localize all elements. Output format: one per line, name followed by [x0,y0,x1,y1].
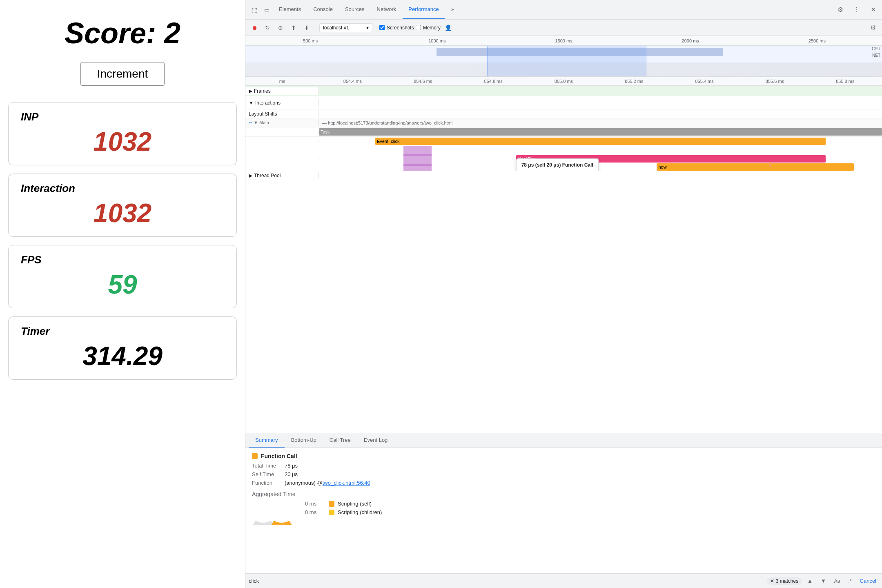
expand-thread-icon[interactable]: ▶ [249,173,252,178]
rtick-2: 854.6 ms [388,79,458,84]
memory-checkbox[interactable] [416,25,421,30]
task-row: Task [245,127,882,137]
net-label: NET [872,53,880,58]
reload-icon[interactable]: ↻ [262,22,273,33]
rtick-0: ms [247,79,317,84]
trace-rows: ▶ Frames 17.6 ms ▼ Interactions Pointer [245,86,882,433]
tick-500: 500 ms [247,38,374,43]
function-call-label-cell [245,158,319,159]
timer-value: 314.29 [21,341,224,371]
search-prev-btn[interactable]: ▲ [805,577,815,585]
network-selector[interactable]: localhost #1 ▾ [319,23,372,32]
cpu-label: CPU [872,47,880,51]
inp-card: INP 1032 [8,102,237,165]
profile-icon[interactable]: 👤 [442,22,454,33]
call-stack-bars [403,146,432,171]
settings-icon[interactable]: ⚙ [835,4,846,16]
bottom-panel: Summary Bottom-Up Call Tree Event Log Fu… [245,433,882,588]
tab-event-log[interactable]: Event Log [357,433,394,448]
legend-children-label: Scripting (children) [338,509,382,515]
legend-self-val: 0 ms [305,501,325,507]
tab-more[interactable]: » [445,0,460,19]
edit-main-icon[interactable]: ✏ [249,120,252,125]
tab-elements[interactable]: Elements [273,0,307,19]
summary-content: Function Call Total Time 78 μs Self Time… [245,448,882,573]
search-matches-count: 3 matches [776,578,798,584]
search-cancel-btn[interactable]: Cancel [858,577,879,585]
memory-toggle[interactable]: Memory [416,25,441,31]
function-link[interactable]: two_click.html:56:40 [323,480,370,486]
stop-icon[interactable]: ⊘ [275,22,286,33]
tab-summary[interactable]: Summary [249,433,285,448]
rtick-1: 854.4 ms [317,79,388,84]
event-label-cell [245,140,319,142]
rtick-5: 855.2 ms [599,79,669,84]
main-thread-label: ✏ ▼ Main [245,119,319,126]
interactions-label-text: Interactions [255,100,281,106]
function-call-color [252,453,258,459]
case-sensitive-option[interactable]: Aa [832,577,843,585]
function-call-row: blockFor now 78 μs (self 20 μs) Function… [245,146,882,171]
tooltip: 78 μs (self 20 μs) Function Call [516,158,599,171]
screenshots-checkbox[interactable] [379,25,385,30]
frames-label: ▶ Frames [245,87,319,95]
upload-icon[interactable]: ⬆ [288,22,299,33]
self-time-val: 20 μs [285,471,298,477]
record-icon[interactable]: ⏺ [249,22,260,33]
expand-frames-icon[interactable]: ▶ [249,88,252,94]
aggregated-legend: 0 ms Scripting (self) 0 ms Scripting (ch… [305,501,382,515]
fps-card: FPS 59 [8,245,237,308]
search-matches-badge: ✕ 3 matches [767,577,802,585]
layout-shifts-row: Layout Shifts [245,109,882,118]
trace-ruler: ms 854.4 ms 854.6 ms 854.8 ms 855.0 ms 8… [245,77,882,86]
tab-call-tree[interactable]: Call Tree [323,433,357,448]
close-icon[interactable]: ✕ [867,4,879,16]
rtick-3: 854.8 ms [458,79,528,84]
tick-1000: 1000 ms [374,38,500,43]
separator-2 [376,24,376,32]
search-input[interactable] [249,578,764,584]
expand-main-icon[interactable]: ▼ [254,120,258,125]
aggregated-title: Aggregated Time [252,491,875,497]
legend-self-label: Scripting (self) [338,501,372,507]
increment-button[interactable]: Increment [80,62,165,86]
inspect-icon[interactable]: ⬚ [249,4,260,16]
layout-shifts-label: Layout Shifts [245,110,319,118]
expand-interactions-icon[interactable]: ▼ [249,100,254,106]
close-search-icon[interactable]: ✕ [770,578,774,584]
tick-2000: 2000 ms [627,38,754,43]
performance-toolbar: ⏺ ↻ ⊘ ⬆ ⬇ localhost #1 ▾ Screenshots Mem… [245,20,882,36]
download-icon[interactable]: ⬇ [301,22,312,33]
function-call-content: blockFor now 78 μs (self 20 μs) Function… [319,146,882,171]
total-time-key: Total Time [252,463,285,469]
tab-network[interactable]: Network [371,0,402,19]
tick-2500: 2500 ms [754,38,880,43]
search-next-btn[interactable]: ▼ [818,577,829,585]
search-bar: ✕ 3 matches ▲ ▼ Aa .* Cancel [245,573,882,588]
tab-bottom-up[interactable]: Bottom-Up [285,433,323,448]
screenshots-toggle[interactable]: Screenshots [379,25,414,31]
more-icon[interactable]: ⋮ [851,4,862,16]
tab-console[interactable]: Console [307,0,339,19]
device-icon[interactable]: ▭ [261,4,272,16]
devtools-topbar: ⬚ ▭ Elements Console Sources Network Per… [245,0,882,20]
timeline-selection[interactable] [487,46,646,77]
tab-performance[interactable]: Performance [403,0,444,19]
summary-item-title: Function Call [252,453,875,459]
fps-label: FPS [21,254,224,266]
timeline-overview[interactable]: 500 ms 1000 ms 1500 ms 2000 ms 2500 ms C… [245,36,882,77]
score-display: Score: 2 [65,16,180,50]
fps-value: 59 [21,270,224,300]
legend-children-val: 0 ms [305,509,325,515]
thread-pool-label-text: Thread Pool [254,173,281,178]
task-bar[interactable]: Task [319,128,882,136]
event-click-label: Event: click [377,139,400,144]
gear-icon[interactable]: ⚙ [867,22,879,33]
event-click-bar[interactable]: Event: click [375,138,826,145]
regex-option[interactable]: .* [846,577,854,585]
aggregated-chart [252,501,293,525]
now-bar[interactable]: now [657,163,854,171]
devtools-panel: ⬚ ▭ Elements Console Sources Network Per… [245,0,882,588]
screenshots-label: Screenshots [387,25,414,31]
tab-sources[interactable]: Sources [339,0,370,19]
